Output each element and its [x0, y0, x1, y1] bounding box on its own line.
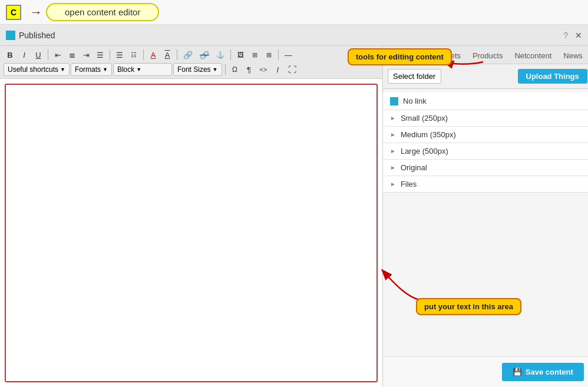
- arrow-right-icon: →: [29, 5, 42, 20]
- block-dropdown[interactable]: Block ▼: [113, 63, 172, 76]
- special-chars-button[interactable]: Ω: [229, 63, 242, 76]
- tab-news[interactable]: News: [557, 48, 588, 64]
- file-item-original[interactable]: ► Original: [383, 160, 588, 176]
- separator-7: [225, 64, 226, 75]
- select-folder-wrapper: Select folder: [388, 69, 513, 84]
- select-folder-dropdown[interactable]: Select folder: [388, 69, 441, 84]
- bottom-area: 💾 Save content: [383, 356, 588, 387]
- save-content-button[interactable]: 💾 Save content: [502, 363, 584, 381]
- chevron-right-icon-original: ►: [390, 164, 396, 171]
- font-sizes-arrow-icon: ▼: [213, 67, 218, 72]
- source-button[interactable]: <>: [257, 63, 270, 76]
- shortcuts-dropdown[interactable]: Useful shortcuts ▼: [4, 63, 70, 76]
- chevron-right-icon-medium: ►: [390, 131, 396, 138]
- separator-4: [177, 49, 177, 60]
- table-button[interactable]: ⊞: [262, 48, 275, 61]
- unlink-button[interactable]: 🔗: [197, 48, 212, 61]
- tab-products[interactable]: Products: [467, 48, 508, 64]
- image-grid-button[interactable]: ⊞: [248, 48, 261, 61]
- tabs-bar: Content Widgets Products Netcontent News: [383, 46, 588, 64]
- published-text: Published: [19, 31, 55, 40]
- save-icon: 💾: [513, 368, 522, 376]
- align-center-button[interactable]: ≣: [65, 48, 78, 61]
- tab-content[interactable]: Content: [387, 48, 427, 64]
- file-item-nolink: No link: [383, 92, 588, 110]
- published-right: ? ✕: [563, 31, 582, 40]
- chevron-right-icon-large: ►: [390, 148, 396, 154]
- formats-label: Formats: [75, 65, 101, 74]
- right-toolbar: Select folder Upload Things: [383, 64, 588, 89]
- formats-arrow-icon: ▼: [103, 67, 108, 72]
- font-sizes-dropdown[interactable]: Font Sizes ▼: [173, 63, 222, 76]
- chevron-right-icon-small: ►: [390, 115, 396, 121]
- bg-color-button[interactable]: A: [161, 48, 174, 61]
- font-sizes-label: Font Sizes: [177, 65, 211, 74]
- shortcuts-label: Useful shortcuts: [8, 65, 58, 74]
- toolbar-row-1: B I U ⇤ ≣ ⇥ ☰ ☰ ☷ A A 🔗 🔗: [4, 48, 379, 61]
- top-bar: C → open content editor: [0, 0, 588, 25]
- list-bullet-button[interactable]: ☰: [113, 48, 126, 61]
- anchor-button[interactable]: ⚓: [213, 48, 227, 61]
- published-bar: Published ? ✕: [0, 25, 588, 46]
- image-button[interactable]: 🖼: [234, 48, 247, 61]
- underline-button[interactable]: U: [32, 48, 45, 61]
- font-color-button[interactable]: A: [147, 48, 160, 61]
- tab-netcontent[interactable]: Netcontent: [508, 48, 557, 64]
- shortcuts-arrow-icon: ▼: [60, 67, 65, 72]
- separator-3: [143, 49, 144, 60]
- pilcrow-button[interactable]: ¶: [243, 63, 256, 76]
- file-label-medium: Medium (350px): [401, 130, 456, 139]
- align-left-button[interactable]: ⇤: [51, 48, 64, 61]
- left-panel: B I U ⇤ ≣ ⇥ ☰ ☰ ☷ A A 🔗 🔗: [0, 46, 383, 387]
- separator-5: [230, 49, 231, 60]
- separator-2: [110, 49, 110, 60]
- content-editable-area[interactable]: [5, 84, 378, 382]
- align-right-button[interactable]: ⇥: [80, 48, 93, 61]
- no-link-label: No link: [403, 97, 427, 105]
- file-list: No link ► Small (250px) ► Medium (350px)…: [383, 89, 588, 226]
- file-label-files: Files: [401, 180, 417, 188]
- file-item-small[interactable]: ► Small (250px): [383, 110, 588, 127]
- list-ordered-button[interactable]: ☷: [127, 48, 140, 61]
- save-label: Save content: [526, 368, 573, 376]
- toolbar: B I U ⇤ ≣ ⇥ ☰ ☰ ☷ A A 🔗 🔗: [0, 46, 382, 79]
- main-container: Published ? ✕ B I U ⇤ ≣ ⇥ ☰: [0, 25, 588, 387]
- file-label-small: Small (250px): [401, 114, 448, 123]
- fullscreen-button[interactable]: ⛶: [285, 63, 299, 76]
- toolbar-row-2: Useful shortcuts ▼ Formats ▼ Block ▼ Fon…: [4, 63, 379, 76]
- editor-area: B I U ⇤ ≣ ⇥ ☰ ☰ ☷ A A 🔗 🔗: [0, 46, 588, 387]
- italic-button[interactable]: I: [18, 48, 31, 61]
- chevron-right-icon-files: ►: [390, 181, 396, 187]
- bold-button[interactable]: B: [4, 48, 16, 61]
- italic2-button[interactable]: I: [271, 63, 284, 76]
- block-arrow-icon: ▼: [136, 67, 141, 72]
- file-item-medium[interactable]: ► Medium (350px): [383, 127, 588, 143]
- block-label: Block: [117, 65, 134, 74]
- c-button[interactable]: C: [6, 5, 21, 20]
- hr-button[interactable]: —: [282, 48, 295, 61]
- file-item-large[interactable]: ► Large (500px): [383, 143, 588, 160]
- nolink-square-icon: [390, 97, 398, 105]
- separator-6: [278, 49, 279, 60]
- tab-widgets[interactable]: Widgets: [427, 48, 467, 64]
- right-panel: Content Widgets Products Netcontent News…: [383, 46, 588, 387]
- right-spacer: [383, 226, 588, 356]
- formats-dropdown[interactable]: Formats ▼: [71, 63, 112, 76]
- file-label-large: Large (500px): [401, 147, 448, 156]
- close-button[interactable]: ✕: [575, 31, 582, 40]
- link-button[interactable]: 🔗: [180, 48, 196, 61]
- open-editor-label: open content editor: [46, 3, 159, 21]
- question-mark-button[interactable]: ?: [563, 31, 568, 40]
- file-label-original: Original: [401, 163, 427, 172]
- published-label: Published: [6, 31, 55, 40]
- published-square-icon: [6, 31, 15, 40]
- file-item-files[interactable]: ► Files: [383, 176, 588, 193]
- align-justify-button[interactable]: ☰: [94, 48, 107, 61]
- separator-1: [48, 49, 48, 60]
- upload-things-button[interactable]: Upload Things: [518, 69, 587, 84]
